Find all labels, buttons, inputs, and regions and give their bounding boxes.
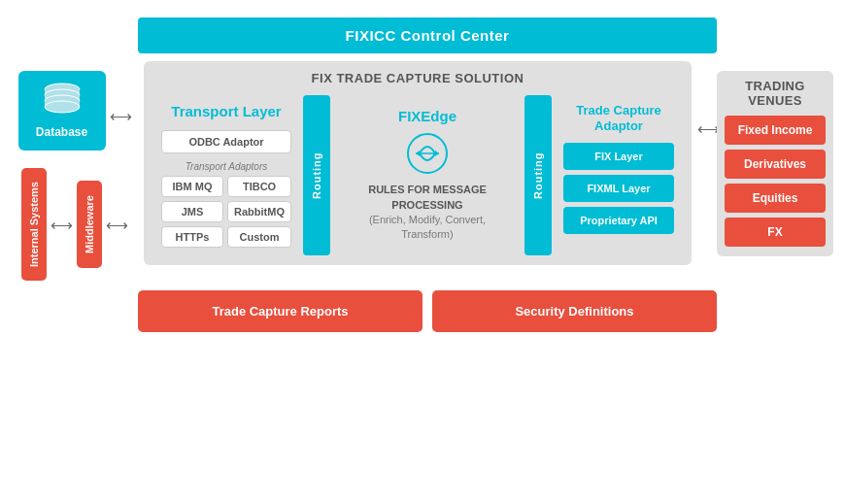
middleware-arrow: ⟷: [106, 216, 128, 234]
left-panel: Database ⟷ Internal Systems ⟷ Middleware…: [12, 61, 138, 281]
db-arrow: ⟷: [110, 107, 132, 125]
trade-adaptor-title: Trade Capture Adaptor: [563, 103, 674, 133]
inner-row: Transport Layer ODBC Adaptor Transport A…: [153, 95, 682, 255]
internal-systems-label: Internal Systems: [28, 182, 40, 267]
database-row: Database ⟷: [18, 71, 132, 160]
adaptor-grid: IBM MQ TIBCO JMS RabbitMQ HTTPs Custom: [161, 176, 291, 248]
adaptor-jms: JMS: [161, 201, 223, 222]
fixedge-title: FIXEdge: [398, 108, 456, 124]
proprietary-api-box: Proprietary API: [563, 207, 674, 234]
svg-point-6: [45, 101, 80, 113]
internal-systems-box: Internal Systems: [21, 168, 47, 281]
security-definitions-label: Security Definitions: [515, 304, 633, 319]
adaptor-https: HTTPs: [161, 226, 223, 248]
fixml-layer-box: FIXML Layer: [563, 175, 674, 202]
transport-layer-title: Transport Layer: [161, 103, 291, 120]
fixedge-rules-title: RULES FOR MESSAGE PROCESSING: [342, 183, 513, 213]
database-box: Database: [18, 71, 106, 151]
bottom-row: Trade Capture Reports Security Definitio…: [138, 290, 717, 332]
transport-adaptors-label: Transport Adaptors: [161, 161, 291, 172]
routing-bar-left: Routing: [303, 95, 330, 255]
fixedge-panel: FIXEdge RULES FOR MESSAGE PROCESSING (En…: [334, 95, 521, 255]
fixicc-label: FIXICC Control Center: [346, 27, 510, 44]
trading-venues-title: TRADING VENUES: [717, 71, 833, 116]
trade-capture-reports-label: Trade Capture Reports: [212, 304, 348, 319]
venue-equities: Equities: [725, 184, 826, 213]
right-arrow-connector: ⟷: [697, 61, 717, 138]
main-row: Database ⟷ Internal Systems ⟷ Middleware…: [12, 61, 833, 281]
database-icon: [41, 83, 84, 119]
middleware-label: Middleware: [84, 195, 95, 253]
routing-bar-right: Routing: [524, 95, 552, 255]
fixedge-rules-sub: (Enrich, Modify, Convert, Transform): [342, 213, 513, 243]
trading-venues-panel: TRADING VENUES Fixed Income Derivatives …: [717, 61, 833, 256]
trade-capture-title: FIX TRADE CAPTURE SOLUTION: [153, 71, 682, 85]
systems-row: Internal Systems ⟷ Middleware ⟷: [21, 168, 128, 281]
systems-arrow: ⟷: [51, 216, 73, 234]
center-panel: FIX TRADE CAPTURE SOLUTION Transport Lay…: [144, 61, 692, 265]
svg-marker-9: [435, 151, 439, 156]
security-definitions-box: Security Definitions: [432, 290, 717, 332]
adaptor-rabbitmq: RabbitMQ: [227, 201, 291, 222]
diagram-container: FIXICC Control Center Database: [0, 0, 845, 504]
venues-list: Fixed Income Derivatives Equities FX: [717, 116, 833, 256]
trade-capture-reports-box: Trade Capture Reports: [138, 290, 422, 332]
adaptor-custom: Custom: [227, 226, 291, 248]
routing-right-label: Routing: [532, 151, 544, 199]
odbc-box: ODBC Adaptor: [161, 130, 291, 153]
venue-derivatives: Derivatives: [725, 150, 826, 179]
fixicc-bar: FIXICC Control Center: [138, 17, 717, 53]
database-label: Database: [36, 125, 87, 139]
venue-fixed-income: Fixed Income: [725, 116, 826, 145]
svg-marker-10: [416, 151, 420, 156]
fixedge-icon: [406, 132, 449, 175]
adaptor-ibmmq: IBM MQ: [161, 176, 223, 197]
adaptor-tibco: TIBCO: [227, 176, 291, 197]
middleware-box: Middleware: [77, 181, 102, 268]
transport-layer: Transport Layer ODBC Adaptor Transport A…: [153, 95, 299, 255]
fix-layer-box: FIX Layer: [563, 143, 674, 170]
trade-adaptor: Trade Capture Adaptor FIX Layer FIXML La…: [556, 95, 682, 255]
routing-left-label: Routing: [311, 151, 322, 199]
venue-fx: FX: [725, 218, 826, 247]
